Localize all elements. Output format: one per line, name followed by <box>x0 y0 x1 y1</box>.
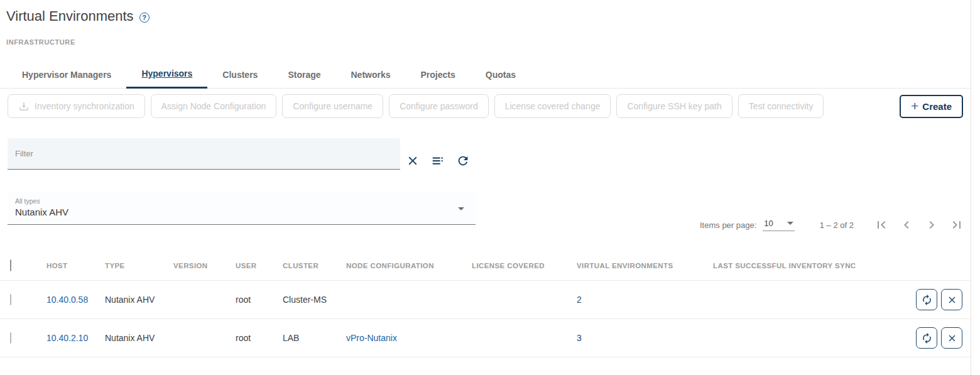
table-row: 10.40.0.58 Nutanix AHV root Cluster-MS 2 <box>0 281 971 319</box>
row-actions <box>886 289 971 310</box>
refresh-icon[interactable] <box>456 154 470 168</box>
filter-icon-group <box>406 154 470 168</box>
row-sync-button[interactable] <box>916 327 937 349</box>
user-cell: root <box>236 333 283 343</box>
assign-node-configuration-button[interactable]: Assign Node Configuration <box>151 94 277 118</box>
host-link[interactable]: 10.40.2.10 <box>46 333 88 343</box>
page-header: Virtual Environments ? <box>6 8 150 24</box>
tab-networks[interactable]: Networks <box>336 60 406 89</box>
column-header-version: VERSION <box>173 262 236 269</box>
column-header-node-configuration: NODE CONFIGURATION <box>346 262 472 269</box>
previous-page-icon[interactable] <box>899 217 914 232</box>
virtual-environments-count-link[interactable]: 3 <box>577 333 582 343</box>
chevron-down-icon <box>458 207 464 210</box>
column-header-last-successful-inventory-sync: LAST SUCCESSFUL INVENTORY SYNC <box>713 262 886 269</box>
column-header-user: USER <box>236 262 283 269</box>
close-icon <box>947 333 957 344</box>
user-cell: root <box>236 295 283 305</box>
row-delete-button[interactable] <box>941 289 962 310</box>
paginator: Items per page: 10 1 – 2 of 2 <box>700 212 964 237</box>
row-actions <box>886 327 971 349</box>
tab-hypervisors[interactable]: Hypervisors <box>126 60 207 89</box>
last-page-icon[interactable] <box>949 217 964 232</box>
type-filter-value: Nutanix AHV <box>15 207 468 217</box>
scrollbar-gutter[interactable] <box>971 0 980 375</box>
create-button[interactable]: + Create <box>900 95 963 118</box>
column-header-cluster: CLUSTER <box>283 262 346 269</box>
filter-list-icon[interactable] <box>431 154 445 168</box>
filter-field <box>8 138 400 170</box>
inventory-sync-icon <box>18 101 30 112</box>
sync-icon <box>921 332 933 344</box>
tab-projects[interactable]: Projects <box>406 60 471 89</box>
inventory-synchronization-button[interactable]: Inventory synchronization <box>8 94 145 118</box>
filter-input[interactable] <box>8 138 400 169</box>
clear-icon[interactable] <box>406 154 420 168</box>
tab-bar: Hypervisor Managers Hypervisors Clusters… <box>0 60 971 89</box>
type-filter-label: All types <box>15 197 468 205</box>
table-header-row: HOST TYPE VERSION USER CLUSTER NODE CONF… <box>0 251 971 281</box>
items-per-page-label: Items per page: <box>700 220 756 230</box>
type-cell: Nutanix AHV <box>105 333 173 343</box>
create-button-label: Create <box>922 101 952 112</box>
pager-nav <box>874 217 964 232</box>
cluster-cell: LAB <box>283 333 346 343</box>
button-label: Inventory synchronization <box>35 101 134 111</box>
tab-storage[interactable]: Storage <box>273 60 335 89</box>
column-header-virtual-environments: VIRTUAL ENVIRONMENTS <box>577 262 713 269</box>
host-link[interactable]: 10.40.0.58 <box>46 295 88 305</box>
row-checkbox[interactable] <box>10 294 11 305</box>
test-connectivity-button[interactable]: Test connectivity <box>738 94 824 118</box>
action-toolbar: Inventory synchronization Assign Node Co… <box>8 94 824 118</box>
tab-clusters[interactable]: Clusters <box>207 60 273 89</box>
configure-password-button[interactable]: Configure password <box>389 94 489 118</box>
tab-quotas[interactable]: Quotas <box>471 60 531 89</box>
column-header-host: HOST <box>46 262 105 269</box>
configure-ssh-key-path-button[interactable]: Configure SSH key path <box>616 94 732 118</box>
row-sync-button[interactable] <box>916 289 937 310</box>
help-icon[interactable]: ? <box>139 13 150 23</box>
column-header-license-covered: LICENSE COVERED <box>472 262 577 269</box>
table-row: 10.40.2.10 Nutanix AHV root LAB vPro-Nut… <box>0 319 971 357</box>
type-cell: Nutanix AHV <box>105 295 173 305</box>
page-title: Virtual Environments <box>6 8 134 24</box>
chevron-down-icon <box>787 222 793 225</box>
hypervisors-table: HOST TYPE VERSION USER CLUSTER NODE CONF… <box>0 251 971 357</box>
close-icon <box>947 295 957 305</box>
tab-hypervisor-managers[interactable]: Hypervisor Managers <box>7 60 126 89</box>
virtual-environments-page: Virtual Environments ? INFRASTRUCTURE Hy… <box>0 0 980 375</box>
items-per-page-select[interactable]: 10 <box>763 219 794 231</box>
virtual-environments-count-link[interactable]: 2 <box>577 295 582 305</box>
row-delete-button[interactable] <box>941 327 962 349</box>
cluster-cell: Cluster-MS <box>283 295 346 305</box>
items-per-page-value: 10 <box>764 219 773 228</box>
select-all-checkbox[interactable] <box>10 259 11 271</box>
breadcrumb-section-label: INFRASTRUCTURE <box>6 38 75 46</box>
row-checkbox[interactable] <box>10 332 11 344</box>
plus-icon: + <box>911 99 918 112</box>
type-filter-select[interactable]: All types Nutanix AHV <box>8 192 476 225</box>
node-configuration-link[interactable]: vPro-Nutanix <box>346 333 397 343</box>
next-page-icon[interactable] <box>924 217 939 232</box>
page-range-label: 1 – 2 of 2 <box>820 220 854 230</box>
license-covered-change-button[interactable]: License covered change <box>494 94 611 118</box>
first-page-icon[interactable] <box>874 217 889 232</box>
column-header-type: TYPE <box>105 262 173 269</box>
sync-icon <box>921 294 933 306</box>
configure-username-button[interactable]: Configure username <box>282 94 383 118</box>
